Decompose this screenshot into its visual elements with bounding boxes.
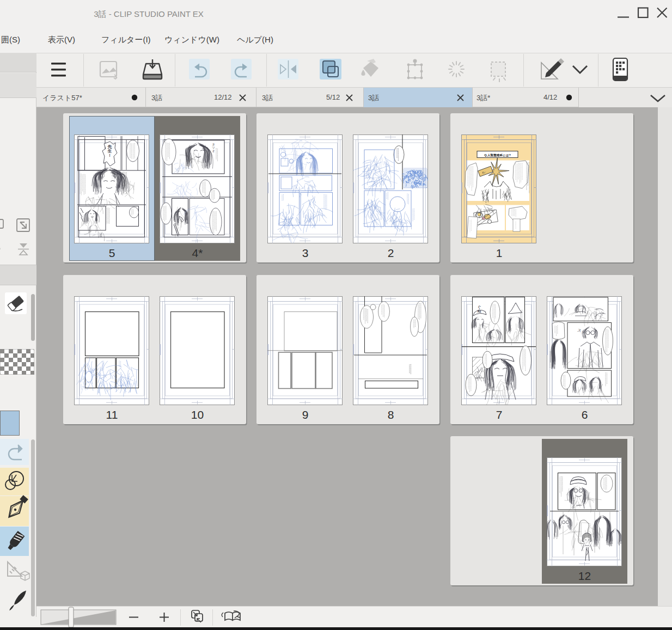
svg-text:!: ! bbox=[109, 153, 111, 158]
svg-text:ぬ: ぬ bbox=[478, 309, 481, 313]
svg-text:Q.人類繁殖科とは?: Q.人類繁殖科とは? bbox=[484, 153, 511, 157]
svg-text:オ: オ bbox=[212, 149, 215, 152]
